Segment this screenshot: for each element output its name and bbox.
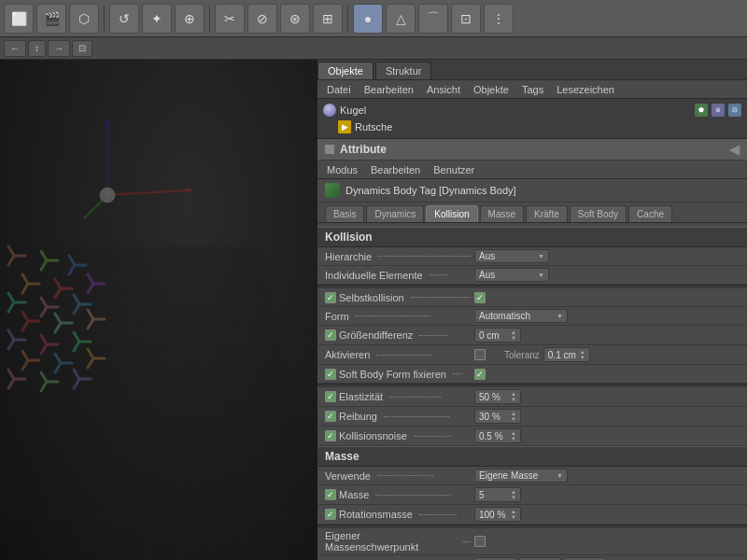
prop-hierarchie: Hierarchie Aus	[317, 247, 747, 266]
selbstkollision-checkbox[interactable]	[325, 292, 336, 303]
tab-masse[interactable]: Masse	[480, 205, 524, 222]
rotmasse-checkbox[interactable]	[325, 509, 336, 520]
eigener-checkbox[interactable]	[474, 536, 486, 547]
rotmasse-arrows[interactable]: ▲▼	[511, 509, 516, 520]
menu-datei[interactable]: Datei	[321, 82, 357, 97]
tab-basis[interactable]: Basis	[325, 205, 364, 222]
menu-objekte[interactable]: Objekte	[468, 82, 514, 97]
scale-tool[interactable]: ⊕	[175, 4, 204, 34]
3d-viewport[interactable]	[0, 60, 317, 560]
masse-val-label: Masse	[325, 489, 474, 500]
masse-arrows[interactable]: ▲▼	[511, 489, 516, 500]
deform-tool[interactable]: ⊘	[247, 4, 277, 34]
elastizitaet-checkbox[interactable]	[325, 391, 336, 402]
particle-tool[interactable]: ⊛	[280, 4, 310, 34]
attr-icon	[325, 145, 334, 154]
reibung-arrows[interactable]: ▲▼	[511, 411, 516, 422]
prop-eigener-schwerpunkt: Eigener Massenschwerpunkt	[317, 528, 747, 555]
aktivieren-checkbox[interactable]	[474, 349, 486, 360]
prop-kollisionsnoise: Kollisionsnoise 0.5 % ▲▼	[317, 427, 747, 446]
groessendiff-spinner[interactable]: 0 cm ▲▼	[474, 328, 521, 343]
rutsche-icon: ▶	[338, 120, 351, 133]
masse-checkbox[interactable]	[325, 489, 336, 500]
object-list: Kugel ⬟ ⊛ ⊟ ▶ Rutsche	[317, 99, 747, 139]
nav-toolbar: ← ↕ → ⊡	[0, 37, 747, 60]
obj-kugel[interactable]: Kugel ⬟ ⊛ ⊟	[323, 102, 741, 119]
nav-grid[interactable]: ⊡	[72, 40, 92, 57]
attr-menu-bearbeiten[interactable]: Bearbeiten	[365, 162, 426, 177]
move-tool[interactable]: ✦	[142, 4, 172, 34]
noise-arrows[interactable]: ▲▼	[511, 430, 516, 441]
menu-tags[interactable]: Tags	[516, 82, 549, 97]
menu-ansicht[interactable]: Ansicht	[421, 82, 466, 97]
selbstkollision-value[interactable]	[474, 292, 486, 303]
rotmasse-spinner[interactable]: 100 % ▲▼	[474, 507, 521, 522]
main-toolbar: ⬜ 🎬 ⬡ ↺ ✦ ⊕ ✂ ⊘ ⊛ ⊞ ● △ ⌒ ⊡ ⋮	[0, 0, 747, 37]
grid-svg	[0, 60, 317, 560]
grid-tool[interactable]: ⊞	[313, 4, 343, 34]
sphere-tool[interactable]: ●	[353, 4, 383, 34]
softbodyform-checkbox[interactable]	[325, 369, 336, 380]
groessendiff-checkbox[interactable]	[325, 329, 336, 341]
noise-spinner[interactable]: 0.5 % ▲▼	[474, 428, 521, 443]
reibung-spinner[interactable]: 30 % ▲▼	[474, 409, 521, 424]
tab-cache[interactable]: Cache	[628, 205, 672, 222]
selbstkollision-label: Selbstkollision	[325, 292, 474, 303]
obj-tool[interactable]: ⬡	[69, 4, 99, 34]
noise-checkbox[interactable]	[325, 430, 336, 441]
eigener-label: Eigener Massenschwerpunkt	[325, 530, 474, 553]
kugel-tag3[interactable]: ⊟	[728, 104, 741, 117]
softbodyform-label: Soft Body Form fixieren	[325, 369, 474, 380]
elastizitaet-spinner[interactable]: 50 % ▲▼	[474, 389, 521, 404]
attribute-tabs: Basis Dynamics Kollision Masse Kräfte So…	[317, 203, 747, 223]
menu-lesezeichen[interactable]: Lesezeichen	[551, 82, 620, 97]
elastiz-arrows[interactable]: ▲▼	[511, 391, 516, 402]
groessendifferenz-label: Größendifferenz	[325, 329, 474, 341]
tab-objekte[interactable]: Objekte	[317, 62, 374, 79]
spline-tool[interactable]: ⌒	[418, 4, 448, 34]
nav-right[interactable]: →	[48, 40, 70, 57]
form-value[interactable]: Automatisch	[474, 309, 568, 323]
collapse-button[interactable]: ◀	[729, 142, 740, 157]
toleranz-arrows[interactable]: ▲▼	[580, 349, 585, 360]
film-tool[interactable]: 🎬	[36, 4, 66, 34]
attr-menu-modus[interactable]: Modus	[321, 162, 363, 177]
reibung-checkbox[interactable]	[325, 411, 336, 422]
svg-point-37	[100, 188, 115, 203]
individuelle-value[interactable]: Aus	[474, 268, 549, 282]
prop-masse-val: Masse 5 ▲▼	[317, 485, 747, 505]
poly-tool[interactable]: △	[386, 4, 416, 34]
tab-kollision[interactable]: Kollision	[426, 205, 477, 222]
kugel-tag2[interactable]: ⊛	[712, 104, 725, 117]
prop-rotationsmasse: Rotationsmasse 100 % ▲▼	[317, 505, 747, 525]
kugel-icon	[323, 104, 336, 117]
verwende-value[interactable]: Eigene Masse	[474, 469, 568, 483]
kugel-tag[interactable]: ⬟	[695, 104, 708, 117]
sep2	[209, 6, 210, 32]
reibung-label: Reibung	[325, 411, 474, 422]
toleranz-spinner[interactable]: 0.1 cm ▲▼	[543, 347, 590, 362]
nav-left[interactable]: ←	[4, 40, 26, 57]
cut-tool[interactable]: ✂	[215, 4, 245, 34]
tab-softbody[interactable]: Soft Body	[570, 205, 627, 222]
sep3	[347, 6, 348, 32]
tab-kraefte[interactable]: Kräfte	[526, 205, 568, 222]
nav-updown[interactable]: ↕	[28, 40, 46, 57]
tab-dynamics[interactable]: Dynamics	[366, 205, 424, 222]
form-label: Form	[325, 311, 474, 322]
masse-spinner[interactable]: 5 ▲▼	[474, 487, 521, 502]
obj-rutsche[interactable]: ▶ Rutsche	[323, 119, 741, 135]
object-tabs: Objekte Struktur	[317, 60, 747, 80]
prop-groessendifferenz: Größendifferenz 0 cm ▲▼	[317, 326, 747, 345]
gen-tool[interactable]: ⋮	[484, 4, 514, 34]
menu-bearbeiten[interactable]: Bearbeiten	[359, 82, 419, 97]
spinner-arrows1[interactable]: ▲▼	[511, 329, 516, 341]
softbodyform-value[interactable]	[474, 369, 486, 380]
attr-menu-benutzer[interactable]: Benutzer	[428, 162, 480, 177]
hierarchie-value[interactable]: Aus	[474, 249, 549, 263]
new-tool[interactable]: ⬜	[4, 4, 34, 34]
nurbs-tool[interactable]: ⊡	[451, 4, 481, 34]
tab-struktur[interactable]: Struktur	[375, 62, 432, 79]
rotate-tool[interactable]: ↺	[109, 4, 139, 34]
kollision-header: Kollision	[317, 227, 747, 247]
